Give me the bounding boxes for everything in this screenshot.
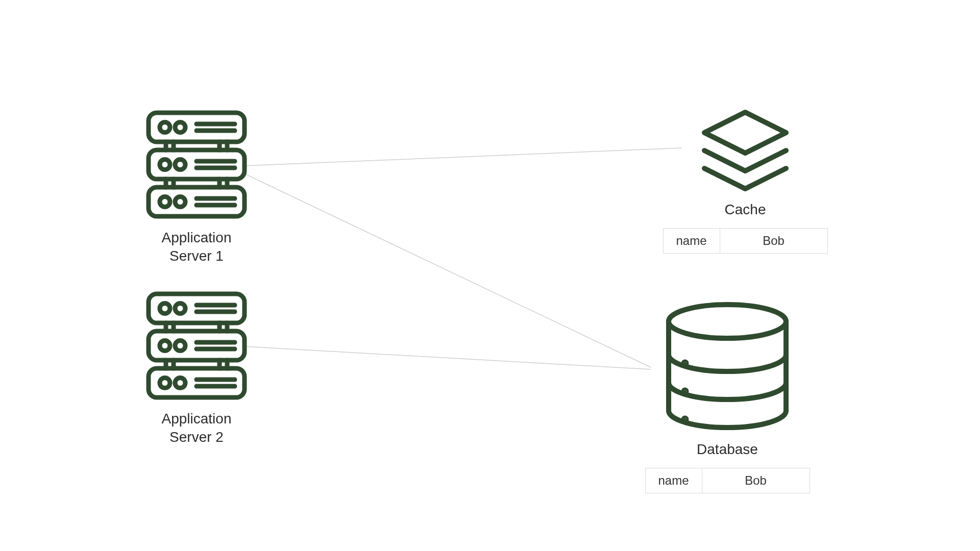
app2-label-line2: Server 2 bbox=[169, 429, 224, 445]
cache-label: Cache bbox=[725, 202, 766, 217]
svg-line-2 bbox=[244, 346, 651, 369]
server-icon bbox=[145, 110, 248, 219]
svg-point-23 bbox=[175, 197, 185, 207]
svg-rect-21 bbox=[149, 187, 244, 216]
svg-point-46 bbox=[175, 378, 185, 388]
svg-rect-26 bbox=[149, 294, 244, 323]
svg-rect-35 bbox=[149, 331, 244, 360]
app-server-1-node: Application Server 1 bbox=[145, 110, 248, 266]
cache-entry-value: Bob bbox=[720, 229, 827, 254]
svg-point-27 bbox=[160, 304, 170, 314]
cache-entry-table: name Bob bbox=[663, 228, 828, 254]
connections-layer bbox=[0, 0, 980, 551]
svg-rect-3 bbox=[149, 113, 244, 142]
svg-point-28 bbox=[175, 304, 185, 314]
svg-point-22 bbox=[160, 197, 170, 207]
svg-line-0 bbox=[245, 148, 681, 166]
svg-point-45 bbox=[160, 378, 170, 388]
database-node: Database name Bob bbox=[643, 301, 812, 493]
svg-point-51 bbox=[684, 362, 687, 365]
svg-point-37 bbox=[175, 341, 185, 351]
svg-point-50 bbox=[669, 305, 786, 338]
svg-marker-49 bbox=[704, 112, 786, 153]
database-entry-value: Bob bbox=[702, 468, 810, 493]
app1-label-line1: Application bbox=[162, 230, 232, 245]
table-row: name Bob bbox=[645, 468, 810, 493]
svg-rect-12 bbox=[149, 150, 244, 179]
svg-point-13 bbox=[160, 160, 170, 170]
svg-point-52 bbox=[684, 390, 687, 393]
diagram-canvas: Application Server 1 bbox=[0, 0, 980, 551]
cache-layers-icon bbox=[661, 107, 829, 191]
cache-node: Cache name Bob bbox=[661, 107, 829, 254]
cache-entry-key: name bbox=[663, 229, 720, 254]
database-entry-key: name bbox=[645, 468, 702, 493]
database-icon bbox=[643, 301, 812, 431]
svg-point-53 bbox=[684, 418, 687, 421]
svg-point-36 bbox=[160, 341, 170, 351]
database-label: Database bbox=[697, 441, 758, 457]
app2-label-line1: Application bbox=[162, 411, 232, 427]
database-entry-table: name Bob bbox=[645, 468, 810, 493]
svg-line-1 bbox=[244, 173, 651, 367]
svg-point-5 bbox=[175, 122, 185, 133]
app-server-2-node: Application Server 2 bbox=[145, 291, 248, 447]
svg-point-4 bbox=[160, 122, 170, 133]
server-icon bbox=[145, 291, 248, 400]
app1-label-line2: Server 1 bbox=[169, 248, 224, 264]
svg-point-14 bbox=[175, 160, 185, 170]
table-row: name Bob bbox=[663, 229, 827, 254]
svg-rect-44 bbox=[149, 368, 244, 397]
